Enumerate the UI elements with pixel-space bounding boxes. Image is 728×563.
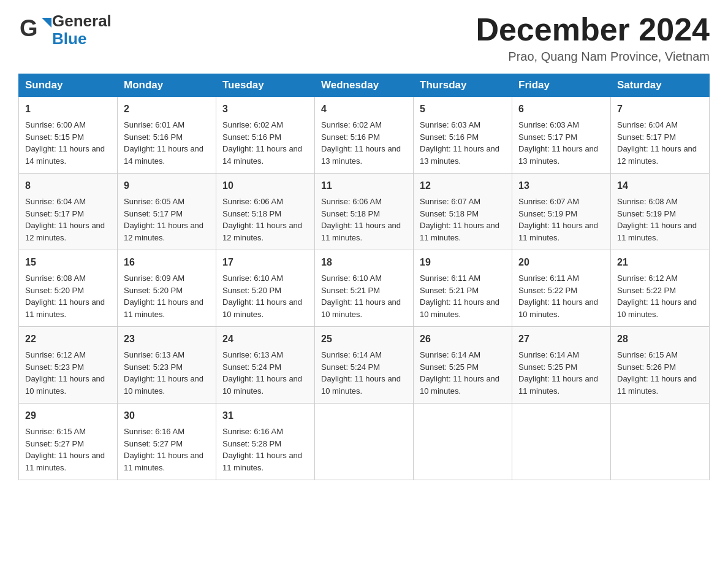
calendar-cell: 19Sunrise: 6:11 AMSunset: 5:21 PMDayligh…	[414, 250, 512, 327]
day-number: 11	[321, 178, 407, 193]
calendar-header-row: SundayMondayTuesdayWednesdayThursdayFrid…	[19, 74, 710, 97]
calendar-cell: 21Sunrise: 6:12 AMSunset: 5:22 PMDayligh…	[611, 250, 710, 327]
day-info: Sunrise: 6:00 AMSunset: 5:15 PMDaylight:…	[25, 119, 111, 167]
day-info: Sunrise: 6:14 AMSunset: 5:25 PMDaylight:…	[518, 349, 604, 397]
calendar-cell: 27Sunrise: 6:14 AMSunset: 5:25 PMDayligh…	[512, 327, 611, 404]
calendar-cell	[512, 404, 611, 480]
day-number: 25	[321, 332, 407, 347]
day-info: Sunrise: 6:02 AMSunset: 5:16 PMDaylight:…	[321, 119, 407, 167]
day-number: 15	[25, 255, 111, 270]
location-text: Prao, Quang Nam Province, Vietnam	[476, 50, 710, 64]
svg-marker-1	[42, 18, 51, 28]
page-header: G General Blue December 2024 Prao, Quang…	[18, 12, 710, 64]
day-info: Sunrise: 6:09 AMSunset: 5:20 PMDaylight:…	[124, 272, 210, 320]
day-info: Sunrise: 6:14 AMSunset: 5:25 PMDaylight:…	[420, 349, 506, 397]
calendar-week-row: 29Sunrise: 6:15 AMSunset: 5:27 PMDayligh…	[19, 404, 710, 480]
calendar-cell: 2Sunrise: 6:01 AMSunset: 5:16 PMDaylight…	[118, 97, 216, 174]
calendar-cell: 12Sunrise: 6:07 AMSunset: 5:18 PMDayligh…	[414, 174, 512, 250]
day-header-saturday: Saturday	[611, 74, 710, 97]
day-info: Sunrise: 6:05 AMSunset: 5:17 PMDaylight:…	[124, 196, 210, 243]
day-number: 28	[617, 332, 703, 347]
day-number: 19	[420, 255, 506, 270]
day-header-monday: Monday	[118, 74, 216, 97]
calendar-cell: 14Sunrise: 6:08 AMSunset: 5:19 PMDayligh…	[611, 174, 710, 250]
day-info: Sunrise: 6:07 AMSunset: 5:19 PMDaylight:…	[518, 196, 604, 243]
day-info: Sunrise: 6:08 AMSunset: 5:20 PMDaylight:…	[25, 272, 111, 320]
svg-text:G: G	[20, 15, 38, 41]
calendar-cell: 23Sunrise: 6:13 AMSunset: 5:23 PMDayligh…	[118, 327, 216, 404]
calendar-cell: 25Sunrise: 6:14 AMSunset: 5:24 PMDayligh…	[315, 327, 414, 404]
day-info: Sunrise: 6:03 AMSunset: 5:16 PMDaylight:…	[420, 119, 506, 167]
day-header-wednesday: Wednesday	[315, 74, 414, 97]
day-info: Sunrise: 6:11 AMSunset: 5:21 PMDaylight:…	[420, 272, 506, 320]
calendar-week-row: 22Sunrise: 6:12 AMSunset: 5:23 PMDayligh…	[19, 327, 710, 404]
day-info: Sunrise: 6:11 AMSunset: 5:22 PMDaylight:…	[518, 272, 604, 320]
calendar-week-row: 15Sunrise: 6:08 AMSunset: 5:20 PMDayligh…	[19, 250, 710, 327]
calendar-cell: 11Sunrise: 6:06 AMSunset: 5:18 PMDayligh…	[315, 174, 414, 250]
day-number: 8	[25, 178, 111, 193]
day-number: 21	[617, 255, 703, 270]
calendar-cell: 28Sunrise: 6:15 AMSunset: 5:26 PMDayligh…	[611, 327, 710, 404]
logo-general-text: General	[52, 12, 112, 30]
calendar-cell	[315, 404, 414, 480]
logo: G General Blue	[18, 12, 112, 47]
calendar-cell: 9Sunrise: 6:05 AMSunset: 5:17 PMDaylight…	[118, 174, 216, 250]
calendar-cell: 24Sunrise: 6:13 AMSunset: 5:24 PMDayligh…	[216, 327, 315, 404]
calendar-week-row: 8Sunrise: 6:04 AMSunset: 5:17 PMDaylight…	[19, 174, 710, 250]
day-number: 5	[420, 102, 506, 117]
day-info: Sunrise: 6:03 AMSunset: 5:17 PMDaylight:…	[518, 119, 604, 167]
day-number: 14	[617, 178, 703, 193]
calendar-cell: 29Sunrise: 6:15 AMSunset: 5:27 PMDayligh…	[19, 404, 118, 480]
day-number: 10	[222, 178, 308, 193]
calendar-cell: 3Sunrise: 6:02 AMSunset: 5:16 PMDaylight…	[216, 97, 315, 174]
calendar-cell: 30Sunrise: 6:16 AMSunset: 5:27 PMDayligh…	[118, 404, 216, 480]
day-info: Sunrise: 6:13 AMSunset: 5:24 PMDaylight:…	[222, 349, 308, 397]
day-info: Sunrise: 6:07 AMSunset: 5:18 PMDaylight:…	[420, 196, 506, 243]
calendar-cell: 22Sunrise: 6:12 AMSunset: 5:23 PMDayligh…	[19, 327, 118, 404]
day-info: Sunrise: 6:13 AMSunset: 5:23 PMDaylight:…	[124, 349, 210, 397]
calendar-cell	[611, 404, 710, 480]
day-number: 13	[518, 178, 604, 193]
day-number: 18	[321, 255, 407, 270]
calendar-cell	[414, 404, 512, 480]
calendar-cell: 8Sunrise: 6:04 AMSunset: 5:17 PMDaylight…	[19, 174, 118, 250]
day-info: Sunrise: 6:08 AMSunset: 5:19 PMDaylight:…	[617, 196, 703, 243]
calendar-week-row: 1Sunrise: 6:00 AMSunset: 5:15 PMDaylight…	[19, 97, 710, 174]
day-header-thursday: Thursday	[414, 74, 512, 97]
day-number: 22	[25, 332, 111, 347]
day-info: Sunrise: 6:12 AMSunset: 5:23 PMDaylight:…	[25, 349, 111, 397]
calendar-cell: 18Sunrise: 6:10 AMSunset: 5:21 PMDayligh…	[315, 250, 414, 327]
day-number: 23	[124, 332, 210, 347]
logo-icon: G	[18, 13, 52, 47]
day-number: 1	[25, 102, 111, 117]
calendar-cell: 7Sunrise: 6:04 AMSunset: 5:17 PMDaylight…	[611, 97, 710, 174]
day-number: 27	[518, 332, 604, 347]
day-number: 16	[124, 255, 210, 270]
day-header-tuesday: Tuesday	[216, 74, 315, 97]
calendar-cell: 6Sunrise: 6:03 AMSunset: 5:17 PMDaylight…	[512, 97, 611, 174]
day-number: 6	[518, 102, 604, 117]
day-header-friday: Friday	[512, 74, 611, 97]
month-title: December 2024	[476, 12, 710, 47]
calendar-cell: 1Sunrise: 6:00 AMSunset: 5:15 PMDaylight…	[19, 97, 118, 174]
calendar-cell: 13Sunrise: 6:07 AMSunset: 5:19 PMDayligh…	[512, 174, 611, 250]
calendar-cell: 5Sunrise: 6:03 AMSunset: 5:16 PMDaylight…	[414, 97, 512, 174]
day-number: 31	[222, 408, 308, 423]
calendar-cell: 26Sunrise: 6:14 AMSunset: 5:25 PMDayligh…	[414, 327, 512, 404]
title-section: December 2024 Prao, Quang Nam Province, …	[476, 12, 710, 64]
day-info: Sunrise: 6:10 AMSunset: 5:20 PMDaylight:…	[222, 272, 308, 320]
day-info: Sunrise: 6:01 AMSunset: 5:16 PMDaylight:…	[124, 119, 210, 167]
day-number: 4	[321, 102, 407, 117]
day-info: Sunrise: 6:16 AMSunset: 5:28 PMDaylight:…	[222, 426, 308, 473]
day-number: 26	[420, 332, 506, 347]
calendar-cell: 4Sunrise: 6:02 AMSunset: 5:16 PMDaylight…	[315, 97, 414, 174]
day-info: Sunrise: 6:10 AMSunset: 5:21 PMDaylight:…	[321, 272, 407, 320]
day-info: Sunrise: 6:14 AMSunset: 5:24 PMDaylight:…	[321, 349, 407, 397]
day-number: 9	[124, 178, 210, 193]
day-number: 2	[124, 102, 210, 117]
day-info: Sunrise: 6:04 AMSunset: 5:17 PMDaylight:…	[25, 196, 111, 243]
calendar-cell: 10Sunrise: 6:06 AMSunset: 5:18 PMDayligh…	[216, 174, 315, 250]
day-number: 24	[222, 332, 308, 347]
day-info: Sunrise: 6:04 AMSunset: 5:17 PMDaylight:…	[617, 119, 703, 167]
calendar-cell: 17Sunrise: 6:10 AMSunset: 5:20 PMDayligh…	[216, 250, 315, 327]
